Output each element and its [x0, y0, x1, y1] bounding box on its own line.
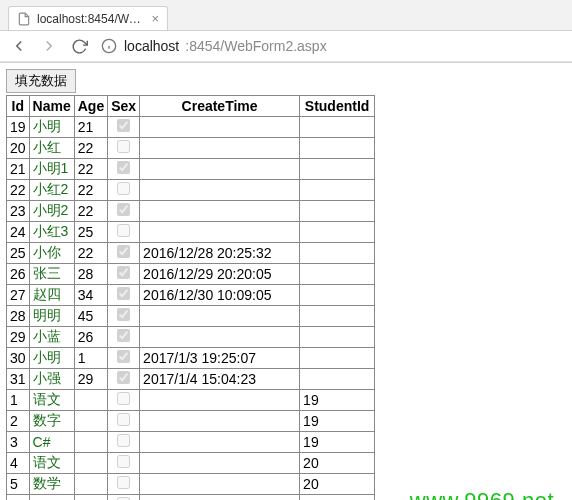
- cell-sex: [108, 411, 140, 432]
- sex-checkbox[interactable]: [117, 476, 130, 489]
- col-sid: StudentId: [300, 96, 375, 117]
- cell-studentid: [300, 222, 375, 243]
- info-icon[interactable]: [100, 37, 118, 55]
- name-link[interactable]: 小明2: [33, 202, 69, 218]
- table-row: 31小强292017/1/4 15:04:23: [7, 369, 375, 390]
- cell-sex: [108, 159, 140, 180]
- sex-checkbox[interactable]: [117, 434, 130, 447]
- back-icon[interactable]: [10, 37, 28, 55]
- cell-name: 小强: [29, 369, 74, 390]
- address-bar[interactable]: localhost:8454/WebForm2.aspx: [100, 37, 327, 55]
- name-link[interactable]: 小明: [33, 349, 61, 365]
- name-link[interactable]: 小明: [33, 118, 61, 134]
- sex-checkbox[interactable]: [117, 182, 130, 195]
- table-row: 26张三282016/12/29 20:20:05: [7, 264, 375, 285]
- cell-sex: [108, 432, 140, 453]
- cell-sex: [108, 264, 140, 285]
- name-link[interactable]: 语文: [33, 454, 61, 470]
- cell-name: 小你: [29, 243, 74, 264]
- sex-checkbox[interactable]: [117, 392, 130, 405]
- url-host: localhost: [124, 38, 179, 54]
- sex-checkbox[interactable]: [117, 455, 130, 468]
- cell-age: 1: [74, 348, 107, 369]
- cell-studentid: 20: [300, 453, 375, 474]
- cell-createtime: 2016/12/28 20:25:32: [140, 243, 300, 264]
- cell-studentid: [300, 138, 375, 159]
- sex-checkbox[interactable]: [117, 308, 130, 321]
- name-link[interactable]: 小红2: [33, 181, 69, 197]
- cell-id: 5: [7, 474, 30, 495]
- cell-id: 24: [7, 222, 30, 243]
- table-row: 28明明45: [7, 306, 375, 327]
- name-link[interactable]: C#: [33, 434, 51, 450]
- sex-checkbox[interactable]: [117, 161, 130, 174]
- cell-age: [74, 390, 107, 411]
- cell-age: 22: [74, 138, 107, 159]
- close-icon[interactable]: ×: [151, 11, 159, 26]
- sex-checkbox[interactable]: [117, 245, 130, 258]
- cell-sex: [108, 222, 140, 243]
- cell-id: 21: [7, 159, 30, 180]
- name-link[interactable]: 语文: [33, 391, 61, 407]
- name-link[interactable]: 小蓝: [33, 328, 61, 344]
- name-link[interactable]: 小强: [33, 370, 61, 386]
- sex-checkbox[interactable]: [117, 329, 130, 342]
- forward-icon[interactable]: [40, 37, 58, 55]
- fill-data-button[interactable]: 填充数据: [6, 69, 76, 93]
- cell-studentid: [300, 201, 375, 222]
- cell-name: 小明1: [29, 159, 74, 180]
- sex-checkbox[interactable]: [117, 371, 130, 384]
- cell-name: 语文: [29, 453, 74, 474]
- reload-icon[interactable]: [70, 37, 88, 55]
- sex-checkbox[interactable]: [117, 350, 130, 363]
- cell-sex: [108, 348, 140, 369]
- sex-checkbox[interactable]: [117, 266, 130, 279]
- name-link[interactable]: 赵四: [33, 286, 61, 302]
- cell-name: 小蓝: [29, 327, 74, 348]
- cell-id: 22: [7, 180, 30, 201]
- sex-checkbox[interactable]: [117, 119, 130, 132]
- sex-checkbox[interactable]: [117, 203, 130, 216]
- cell-age: [74, 411, 107, 432]
- cell-age: 22: [74, 180, 107, 201]
- cell-studentid: 20: [300, 495, 375, 501]
- name-link[interactable]: 数字: [33, 412, 61, 428]
- table-header-row: Id Name Age Sex CreateTime StudentId: [7, 96, 375, 117]
- cell-id: 30: [7, 348, 30, 369]
- cell-studentid: [300, 327, 375, 348]
- cell-createtime: [140, 138, 300, 159]
- sex-checkbox[interactable]: [117, 224, 130, 237]
- name-link[interactable]: 小你: [33, 244, 61, 260]
- sex-checkbox[interactable]: [117, 413, 130, 426]
- sex-checkbox[interactable]: [117, 140, 130, 153]
- name-link[interactable]: 张三: [33, 265, 61, 281]
- cell-name: 张三: [29, 264, 74, 285]
- col-create: CreateTime: [140, 96, 300, 117]
- cell-createtime: [140, 222, 300, 243]
- name-link[interactable]: 数学: [33, 475, 61, 491]
- cell-createtime: [140, 495, 300, 501]
- cell-id: 31: [7, 369, 30, 390]
- cell-createtime: [140, 306, 300, 327]
- cell-createtime: [140, 159, 300, 180]
- col-sex: Sex: [108, 96, 140, 117]
- cell-createtime: [140, 432, 300, 453]
- cell-id: 3: [7, 432, 30, 453]
- cell-name: C#: [29, 495, 74, 501]
- cell-id: 6: [7, 495, 30, 501]
- cell-name: 数字: [29, 411, 74, 432]
- cell-createtime: 2017/1/4 15:04:23: [140, 369, 300, 390]
- browser-tab[interactable]: localhost:8454/WebFo… ×: [8, 6, 168, 30]
- cell-createtime: [140, 180, 300, 201]
- name-link[interactable]: 小红3: [33, 223, 69, 239]
- cell-id: 29: [7, 327, 30, 348]
- cell-studentid: [300, 348, 375, 369]
- name-link[interactable]: 明明: [33, 307, 61, 323]
- sex-checkbox[interactable]: [117, 287, 130, 300]
- name-link[interactable]: 小明1: [33, 160, 69, 176]
- cell-studentid: 19: [300, 411, 375, 432]
- cell-name: 小明: [29, 348, 74, 369]
- cell-createtime: [140, 201, 300, 222]
- name-link[interactable]: 小红: [33, 139, 61, 155]
- table-row: 22小红222: [7, 180, 375, 201]
